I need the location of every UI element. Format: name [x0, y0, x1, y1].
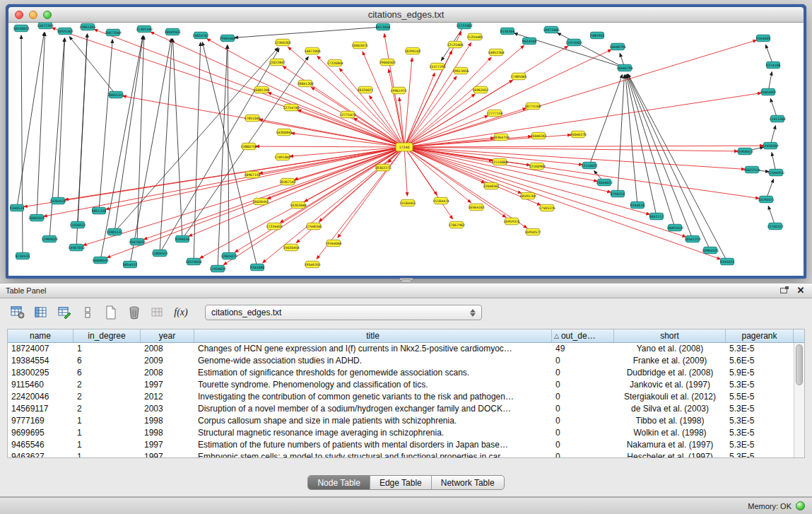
- graph-edge[interactable]: [404, 46, 567, 147]
- graph-edge[interactable]: [283, 66, 404, 147]
- graph-node[interactable]: 9634505: [522, 37, 537, 45]
- graph-node[interactable]: 11413308: [769, 115, 785, 122]
- graph-node[interactable]: 12845079: [220, 252, 237, 259]
- column-header-out_de[interactable]: △out_de…: [552, 329, 614, 342]
- graph-node[interactable]: 18967151: [244, 171, 260, 178]
- graph-node[interactable]: 18530022: [13, 25, 29, 32]
- graph-node[interactable]: 15824707: [192, 32, 208, 39]
- graph-node[interactable]: 20367143: [279, 178, 295, 185]
- graph-node[interactable]: 10964520: [702, 247, 718, 254]
- graph-edge[interactable]: [114, 47, 278, 232]
- graph-edge[interactable]: [37, 33, 45, 218]
- graph-edge[interactable]: [628, 74, 727, 262]
- table-row[interactable]: 969969511998Structural magnetic resonanc…: [8, 427, 794, 439]
- graph-node[interactable]: 17234453: [266, 223, 282, 230]
- graph-node[interactable]: 11924039: [209, 265, 225, 272]
- column-header-in_degree[interactable]: in_degree: [73, 329, 141, 342]
- graph-node[interactable]: 11806533: [151, 250, 167, 257]
- graph-edge[interactable]: [290, 147, 404, 156]
- graph-node[interactable]: 16203044: [290, 201, 306, 209]
- column-header-year[interactable]: year: [141, 329, 194, 342]
- graph-node[interactable]: 16001248: [253, 86, 269, 93]
- graph-node[interactable]: 12022847: [269, 59, 285, 66]
- graph-node[interactable]: 12989029: [41, 235, 57, 243]
- graph-node[interactable]: 9298034: [175, 235, 190, 243]
- graph-node[interactable]: 18396102: [404, 47, 420, 54]
- graph-node[interactable]: 10973406: [543, 26, 559, 33]
- graph-node[interactable]: 10576038: [185, 258, 201, 265]
- graph-edge[interactable]: [44, 147, 404, 216]
- graph-edge[interactable]: [76, 34, 87, 247]
- graph-node[interactable]: 12110622: [581, 162, 597, 169]
- graph-edge[interactable]: [137, 36, 144, 242]
- graph-node[interactable]: 12125404: [447, 41, 463, 48]
- graph-node[interactable]: 16603075: [351, 42, 367, 49]
- tab-node-table[interactable]: Node Table: [308, 476, 370, 489]
- graph-node[interactable]: 14872006: [304, 47, 320, 54]
- graph-node[interactable]: 17226804: [326, 59, 343, 66]
- graph-node[interactable]: 16564162: [468, 204, 484, 211]
- graph-node[interactable]: 18364759: [493, 134, 509, 141]
- graph-node[interactable]: 15905131: [106, 228, 122, 235]
- graph-node[interactable]: 16046267: [530, 132, 546, 139]
- graph-edge[interactable]: [625, 75, 637, 205]
- graph-node[interactable]: 16046278: [570, 131, 586, 138]
- graph-edge[interactable]: [404, 147, 527, 228]
- graph-edge[interactable]: [202, 42, 257, 267]
- graph-node[interactable]: 9245080: [250, 264, 265, 271]
- graph-node[interactable]: 9164005: [756, 35, 771, 42]
- graph-edge[interactable]: [69, 37, 116, 95]
- graph-edge[interactable]: [339, 69, 404, 147]
- graph-node[interactable]: 12366203: [274, 39, 290, 46]
- table-row[interactable]: 1872400712008Changes of HCN gene express…: [8, 343, 794, 355]
- graph-node[interactable]: 22048561: [483, 182, 499, 189]
- graph-edge[interactable]: [404, 76, 457, 147]
- graph-node[interactable]: 20605025: [28, 214, 45, 221]
- graph-node[interactable]: 15958413: [736, 148, 753, 155]
- graph-node[interactable]: 16672049: [105, 29, 121, 36]
- graph-node[interactable]: 8130304: [500, 28, 515, 35]
- graph-node[interactable]: 16950577: [524, 228, 541, 235]
- graph-node[interactable]: 19961972: [390, 87, 406, 94]
- graph-edge[interactable]: [404, 147, 506, 217]
- column-header-title[interactable]: title: [194, 329, 552, 342]
- graph-node[interactable]: 9851328: [92, 207, 107, 214]
- graph-node[interactable]: 11030527: [69, 221, 86, 228]
- graph-node[interactable]: 17851049: [244, 115, 260, 122]
- new-file-icon[interactable]: [102, 303, 120, 322]
- column-header-short[interactable]: short: [614, 329, 726, 342]
- graph-node[interactable]: 15630454: [283, 244, 299, 251]
- graph-edge[interactable]: [49, 38, 64, 239]
- graph-node[interactable]: 17067963: [448, 221, 464, 228]
- graph-node[interactable]: 13880750: [240, 143, 257, 150]
- graph-node[interactable]: 13044023: [596, 179, 612, 186]
- table-row[interactable]: 911546021997Tourette syndrome. Phenomeno…: [8, 379, 794, 391]
- graph-node[interactable]: 10404007: [760, 88, 776, 95]
- graph-node[interactable]: 9854537: [123, 261, 138, 268]
- graph-edge[interactable]: [404, 147, 522, 193]
- graph-node[interactable]: 14567030: [68, 244, 84, 251]
- table-row[interactable]: 946362711997Embryonic stem cells: a mode…: [8, 451, 794, 457]
- graph-edge[interactable]: [404, 94, 475, 147]
- graph-node[interactable]: 9652117: [649, 213, 664, 220]
- graph-node[interactable]: 8613004: [376, 23, 391, 30]
- graph-edge[interactable]: [404, 93, 761, 147]
- graph-node[interactable]: 12160968: [529, 163, 545, 170]
- graph-edge[interactable]: [207, 39, 404, 147]
- graph-node[interactable]: 9340524: [10, 204, 25, 211]
- graph-node[interactable]: 8790315: [611, 190, 625, 197]
- graph-node[interactable]: 15184474: [433, 197, 449, 204]
- graph-node[interactable]: 7485903: [590, 32, 605, 39]
- graph-node[interactable]: 18841208: [297, 80, 313, 87]
- graph-node[interactable]: 10190511: [758, 196, 774, 203]
- table-row[interactable]: 2242004622012Investigating the contribut…: [8, 391, 794, 403]
- tab-edge-table[interactable]: Edge Table: [370, 476, 432, 489]
- graph-node[interactable]: 15722082: [456, 23, 472, 29]
- graph-edge[interactable]: [21, 35, 23, 256]
- graph-node[interactable]: 11254481: [466, 33, 483, 40]
- graph-edge[interactable]: [589, 74, 623, 165]
- graph-node[interactable]: 19660503: [379, 59, 395, 66]
- graph-node[interactable]: 17485065: [510, 73, 526, 80]
- graph-node[interactable]: 16962657: [472, 86, 488, 93]
- graph-node[interactable]: 9245021: [720, 258, 735, 265]
